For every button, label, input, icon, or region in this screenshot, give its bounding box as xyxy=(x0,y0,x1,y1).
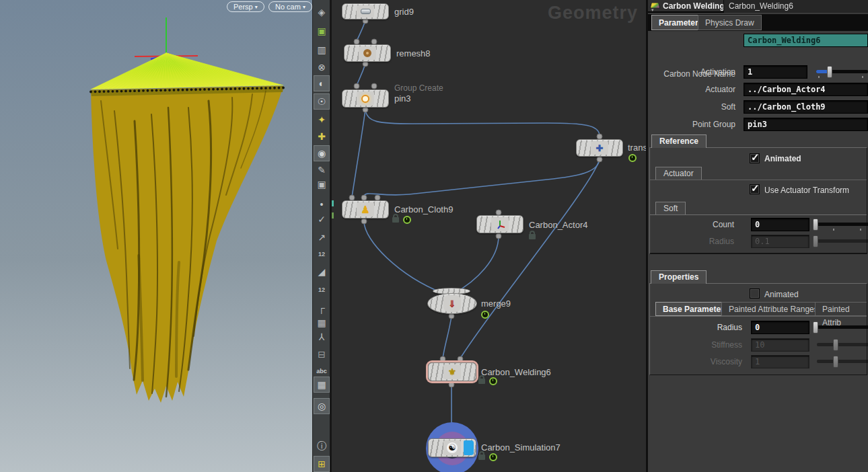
group-circle-icon xyxy=(361,95,369,103)
slider-tick xyxy=(818,76,820,78)
tab-painted-attribute-ranges[interactable]: Painted Attribute Ranges xyxy=(721,302,826,316)
display-vectors-icon[interactable]: ⅄ xyxy=(314,329,330,345)
soft-field[interactable]: ../Carbon_Cloth9 xyxy=(744,100,868,114)
wire-merge9-welding6[interactable] xyxy=(443,316,451,358)
chevron-down-icon[interactable]: ▾ xyxy=(651,7,654,13)
viewport-info-icon[interactable]: ⓘ xyxy=(314,438,330,455)
count-slider-handle[interactable] xyxy=(813,219,818,231)
locked-badge xyxy=(478,455,485,460)
locked-badge xyxy=(529,234,536,239)
locked-badge xyxy=(392,217,399,223)
tab-painted-attributes[interactable]: Painted Attrib xyxy=(815,302,867,316)
display-point-trails-icon[interactable]: ↗ xyxy=(314,229,330,245)
camera-selector-menu[interactable]: No cam ▾ xyxy=(268,1,312,12)
viscosity-field[interactable]: 1 xyxy=(751,355,809,368)
actuator-field[interactable]: ../Carbon_Actor4 xyxy=(744,83,868,96)
time-dependent-badge xyxy=(489,453,497,461)
show-display-options-icon[interactable]: ▣ xyxy=(314,176,330,192)
carbon-node-name-field[interactable]: Carbon_Welding6 xyxy=(744,34,868,47)
camera-projection-menu[interactable]: Persp ▾ xyxy=(227,1,264,12)
activation-slider-handle[interactable] xyxy=(827,66,832,78)
tab-physics-draw[interactable]: Physics Draw xyxy=(698,15,762,30)
node-type-label: Carbon Welding xyxy=(663,0,725,13)
view-lock-icon[interactable]: ▥ xyxy=(314,42,330,58)
activation-field[interactable]: 1 xyxy=(744,65,807,79)
display-materials-icon[interactable]: ◉ xyxy=(314,145,330,161)
transform-icon: ✚ xyxy=(596,144,604,153)
high-quality-lighting-icon[interactable]: ✦ xyxy=(314,112,330,128)
radius-slider-track[interactable] xyxy=(817,239,868,243)
viewport-display-toolbar: ◈▣▥⊗◐☉✦✚◉✎▣•✓↗12◢12┌▦⅄⊟abc▦◎ⓘ⊞ xyxy=(312,0,330,472)
snapping-icon[interactable]: ▣ xyxy=(314,23,330,39)
properties-animated-label: Animated xyxy=(764,289,799,300)
animated-checkbox-label: Animated xyxy=(764,153,801,164)
prop-radius-field[interactable]: 0 xyxy=(751,321,809,334)
point-group-field[interactable]: pin3 xyxy=(744,118,868,131)
node-name-label[interactable]: Carbon_Welding6 xyxy=(729,0,793,13)
wire-remesh8-pin3[interactable] xyxy=(357,64,365,85)
actuator-subtab[interactable]: Actuator xyxy=(655,167,702,180)
offscreen-node-indicator xyxy=(332,200,334,206)
network-editor[interactable]: Geometry grid9 xyxy=(330,0,646,472)
soft-subtab[interactable]: Soft xyxy=(655,202,686,214)
prop-radius-label: Radius xyxy=(650,321,742,334)
wire-actor4-merge9[interactable] xyxy=(454,236,499,293)
visualizers-icon[interactable]: ⊟ xyxy=(314,346,330,362)
reference-group-box: ✓ Animated Actuator ✓ Use Actuator Trans… xyxy=(649,147,867,254)
wire-pin3-trans[interactable] xyxy=(365,110,600,136)
display-point-normals-icon[interactable]: ✓ xyxy=(314,211,330,227)
normal-lighting-icon[interactable]: ☉ xyxy=(314,93,330,110)
image-planes-icon[interactable]: ▦ xyxy=(314,377,330,393)
prop-radius-slider-handle[interactable] xyxy=(813,321,818,333)
activation-label: Activation xyxy=(648,65,735,79)
wire-cloth9-merge9[interactable] xyxy=(364,221,443,293)
use-actuator-transform-checkbox[interactable]: ✓ xyxy=(750,184,760,194)
offscreen-node-indicator xyxy=(332,212,334,219)
add-light-icon[interactable]: ✚ xyxy=(314,128,330,145)
wire-trans-cloth9[interactable] xyxy=(364,159,600,197)
time-dependent-badge xyxy=(481,311,489,319)
welding-emblem-icon: ⚜ xyxy=(448,367,457,377)
headlight-only-icon[interactable]: ◐ xyxy=(314,75,330,91)
actuator-label: Actuator xyxy=(648,83,735,96)
wire-trans-welding6[interactable] xyxy=(460,159,600,358)
point-group-label: Point Group xyxy=(648,118,735,131)
display-profiles-icon[interactable]: ┌ xyxy=(314,300,330,316)
pane-layout-icon[interactable]: ⊞ xyxy=(314,456,330,472)
stiffness-slider-handle[interactable] xyxy=(833,339,838,351)
use-actuator-transform-label: Use Actuator Transform xyxy=(764,185,849,196)
display-prim-normals-icon[interactable]: ◢ xyxy=(314,264,330,280)
snapshot-icon[interactable]: ◎ xyxy=(314,398,330,414)
radius-slider-handle[interactable] xyxy=(813,235,818,247)
animated-checkbox[interactable]: ✓ xyxy=(750,153,760,163)
wire-pin3-cloth9[interactable] xyxy=(352,110,365,197)
stiffness-field[interactable]: 10 xyxy=(751,338,809,352)
viscosity-slider-handle[interactable] xyxy=(833,356,838,368)
slider-tick xyxy=(860,229,861,231)
display-prim-numbers-icon[interactable]: 12 xyxy=(314,282,330,298)
display-points-icon[interactable]: • xyxy=(314,196,330,212)
wire-grid9-remesh8[interactable] xyxy=(357,21,365,41)
viscosity-slider-track[interactable] xyxy=(817,360,868,363)
display-point-numbers-icon[interactable]: 12 xyxy=(314,246,330,262)
merge-arrows-icon: ⇓ xyxy=(448,299,456,309)
properties-group-tab[interactable]: Properties xyxy=(651,270,707,284)
cloth-simulation-render xyxy=(0,0,312,472)
display-flag[interactable] xyxy=(464,440,474,455)
reference-group-tab[interactable]: Reference xyxy=(651,134,707,148)
prop-radius-slider-track[interactable] xyxy=(817,325,868,329)
scene-viewport[interactable]: Persp ▾ No cam ▾ xyxy=(0,0,312,472)
scene-view-visibility-icon[interactable]: ◈ xyxy=(314,4,330,20)
stiffness-label: Stiffness xyxy=(650,338,742,352)
locked-badge xyxy=(478,379,485,384)
time-dependent-badge xyxy=(628,154,637,162)
count-field[interactable]: 0 xyxy=(751,218,809,231)
properties-animated-checkbox[interactable] xyxy=(750,288,760,299)
stiffness-slider-track[interactable] xyxy=(817,343,868,346)
count-slider-track[interactable] xyxy=(817,223,868,226)
disable-lighting-icon[interactable]: ⊗ xyxy=(314,59,330,75)
slider-tick xyxy=(833,229,834,231)
radius-field[interactable]: 0.1 xyxy=(751,235,809,248)
count-label: Count xyxy=(650,218,734,231)
soft-subbox: Count 0 Radius 0.1 xyxy=(650,214,867,253)
